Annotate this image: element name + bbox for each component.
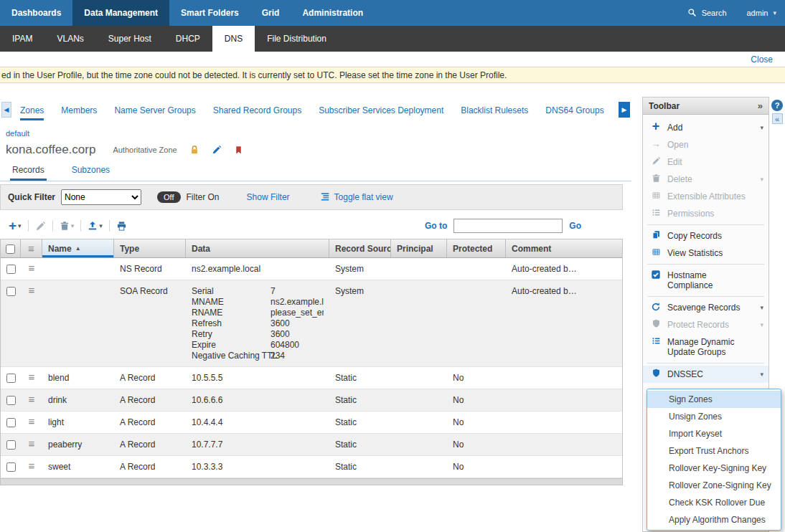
search-label[interactable]: Search — [702, 9, 727, 17]
quick-filter-select[interactable]: None — [61, 189, 141, 205]
toolbar-item-label: View Statistics — [667, 248, 723, 258]
column-header-principal[interactable]: Principal — [391, 239, 447, 257]
caret-down-icon[interactable]: ▾ — [760, 303, 763, 313]
menu-rollover-zone-signing-key[interactable]: Rollover Zone-Signing Key — [647, 477, 781, 494]
toolbar-copy-records[interactable]: Copy Records — [643, 227, 768, 244]
column-header-data[interactable]: Data — [186, 239, 329, 257]
go-button[interactable]: Go — [569, 221, 581, 231]
hamburger-icon[interactable]: ≡ — [29, 395, 35, 404]
hamburger-icon[interactable]: ≡ — [29, 286, 35, 295]
cell-record-source: Static — [329, 389, 391, 411]
toolbar-view-statistics[interactable]: View Statistics — [643, 244, 768, 262]
collapse-panel-icon[interactable]: « — [772, 113, 783, 124]
toolbar-manage-dynamic-update-groups[interactable]: Manage Dynamic Update Groups — [643, 333, 768, 361]
row-checkbox[interactable] — [6, 462, 16, 472]
row-checkbox[interactable] — [6, 418, 16, 427]
toolbar-dnssec[interactable]: DNSSEC ▾ — [643, 366, 768, 383]
row-checkbox[interactable] — [6, 265, 16, 274]
filter-off-toggle[interactable]: Off — [157, 191, 180, 203]
subnav-dns[interactable]: DNS — [212, 26, 255, 52]
menu-rollover-key-signing-key[interactable]: Rollover Key-Signing Key — [647, 460, 781, 477]
tab-members[interactable]: Members — [61, 105, 97, 120]
tab-dns64-groups[interactable]: DNS64 Groups — [545, 105, 603, 120]
column-header-record-source[interactable]: Record Source — [329, 239, 391, 257]
toolbar-hostname-compliance[interactable]: Hostname Compliance — [643, 267, 768, 294]
show-filter-link[interactable]: Show Filter — [247, 192, 290, 202]
tab-shared-record-groups[interactable]: Shared Record Groups — [213, 105, 301, 120]
nav-administration[interactable]: Administration — [291, 0, 375, 26]
hamburger-icon[interactable]: ≡ — [29, 417, 35, 426]
table-row[interactable]: ≡ drink A Record 10.6.6.6 Static No — [1, 389, 622, 412]
row-checkbox[interactable] — [6, 374, 16, 383]
export-button[interactable]: ▾ — [85, 221, 105, 231]
menu-check-ksk-rollover-due[interactable]: Check KSK Rollover Due — [647, 494, 781, 511]
panel-divider — [647, 264, 764, 265]
add-record-button[interactable]: + ▾ — [6, 220, 24, 232]
caret-down-icon[interactable]: ▾ — [760, 123, 763, 133]
help-icon[interactable]: ? — [771, 100, 783, 111]
menu-apply-algorithm-changes[interactable]: Apply Algorithm Changes — [647, 511, 781, 528]
print-button[interactable] — [113, 221, 130, 232]
toolbar-scavenge-records[interactable]: Scavenge Records ▾ — [643, 299, 768, 316]
table-scrollbar-track[interactable] — [0, 479, 623, 485]
nav-grid[interactable]: Grid — [250, 0, 291, 26]
toolbar-add[interactable]: + Add ▾ — [643, 119, 768, 136]
table-row[interactable]: ≡ sweet A Record 10.3.3.3 Static No — [1, 456, 622, 478]
trash-icon — [650, 174, 662, 183]
row-checkbox[interactable] — [6, 396, 16, 405]
tab-blacklist-rulesets[interactable]: Blacklist Rulesets — [461, 105, 528, 120]
tabs-scroll-right-icon[interactable]: ▶ — [619, 102, 630, 118]
toggle-flat-view-icon[interactable] — [320, 191, 330, 204]
subnav-dhcp[interactable]: DHCP — [164, 26, 212, 52]
hamburger-icon[interactable]: ≡ — [29, 440, 35, 448]
delete-record-button[interactable]: ▾ — [57, 221, 77, 231]
column-header-protected[interactable]: Protected — [447, 239, 506, 257]
nav-data-management[interactable]: Data Management — [72, 0, 169, 26]
menu-import-keyset[interactable]: Import Keyset — [647, 425, 781, 442]
table-row[interactable]: ≡ SOA Record Serial7 MNAMEns2.example.lo… — [1, 280, 622, 367]
soa-field-label: MNAME — [192, 297, 271, 308]
cell-comment — [506, 434, 622, 455]
bookmark-flag-icon[interactable] — [234, 146, 243, 155]
select-all-checkbox[interactable] — [6, 244, 15, 254]
user-caret-icon[interactable]: ▾ — [773, 9, 776, 16]
tab-subscriber-services-deployment[interactable]: Subscriber Services Deployment — [319, 105, 443, 120]
subnav-vlans[interactable]: VLANs — [44, 26, 95, 52]
table-row[interactable]: ≡ NS Record ns2.example.local System Aut… — [1, 258, 622, 280]
search-icon[interactable] — [687, 8, 697, 19]
menu-export-trust-anchors[interactable]: Export Trust Anchors — [647, 442, 781, 460]
cell-data: 10.6.6.6 — [186, 389, 329, 411]
toggle-flat-view-link[interactable]: Toggle flat view — [334, 192, 393, 202]
tabs-scroll-left-icon[interactable]: ◀ — [1, 102, 11, 118]
grid-icon — [650, 191, 662, 200]
row-checkbox[interactable] — [6, 287, 16, 296]
banner-close-link[interactable]: Close — [751, 54, 773, 65]
table-row[interactable]: ≡ light A Record 10.4.4.4 Static No — [1, 412, 622, 434]
table-row[interactable]: ≡ blend A Record 10.5.5.5 Static No — [1, 367, 622, 389]
user-menu[interactable]: admin — [747, 9, 768, 17]
subnav-file-distribution[interactable]: File Distribution — [255, 26, 339, 52]
subtab-records[interactable]: Records — [10, 165, 47, 181]
nav-dashboards[interactable]: Dashboards — [0, 0, 72, 26]
hamburger-icon[interactable]: ≡ — [29, 264, 35, 272]
goto-input[interactable] — [453, 219, 563, 233]
hamburger-icon[interactable]: ≡ — [29, 462, 35, 470]
panel-expand-icon[interactable]: » — [758, 100, 763, 111]
table-row[interactable]: ≡ peaberry A Record 10.7.7.7 Static No — [1, 434, 622, 456]
caret-down-icon[interactable]: ▾ — [760, 369, 763, 379]
row-checkbox[interactable] — [6, 440, 16, 450]
subnav-ipam[interactable]: IPAM — [0, 26, 44, 52]
subtab-subzones[interactable]: Subzones — [70, 165, 112, 181]
menu-unsign-zones[interactable]: Unsign Zones — [647, 408, 781, 425]
column-header-name[interactable]: Name▲ — [42, 239, 114, 257]
edit-zone-pencil-icon[interactable] — [212, 145, 222, 155]
subnav-super-host[interactable]: Super Host — [96, 26, 164, 52]
hamburger-icon[interactable]: ≡ — [29, 373, 35, 381]
column-header-type[interactable]: Type — [114, 239, 186, 257]
breadcrumb[interactable]: default — [6, 129, 631, 138]
column-header-comment[interactable]: Comment — [506, 239, 622, 257]
nav-smart-folders[interactable]: Smart Folders — [169, 0, 250, 26]
menu-sign-zones[interactable]: Sign Zones — [647, 391, 781, 408]
tab-name-server-groups[interactable]: Name Server Groups — [114, 105, 195, 120]
tab-zones[interactable]: Zones — [20, 105, 44, 120]
